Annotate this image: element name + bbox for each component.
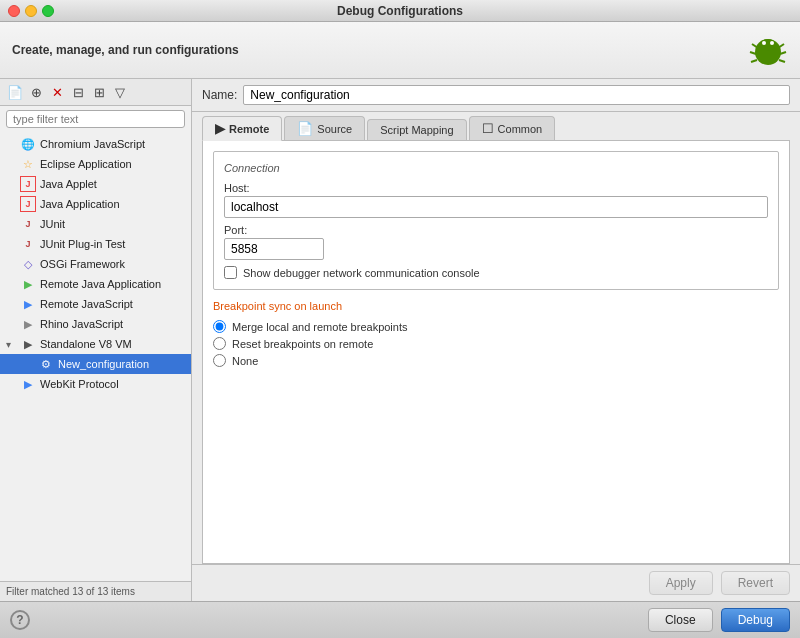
tree-item-label-remote-js: Remote JavaScript <box>40 298 133 310</box>
java-app-icon: J <box>20 196 36 212</box>
v8-icon: ▶ <box>20 336 36 352</box>
remote-java-icon: ▶ <box>20 276 36 292</box>
tree-item-eclipse[interactable]: ☆ Eclipse Application <box>0 154 191 174</box>
filter-input[interactable] <box>6 110 185 128</box>
tree-item-label-webkit: WebKit Protocol <box>40 378 119 390</box>
tab-script-mapping[interactable]: Script Mapping <box>367 119 466 140</box>
webkit-icon: ▶ <box>20 376 36 392</box>
tree-item-rhino-js[interactable]: ▶ Rhino JavaScript <box>0 314 191 334</box>
tree-item-label-new-config: New_configuration <box>58 358 149 370</box>
show-console-row: Show debugger network communication cons… <box>224 266 768 279</box>
tree-item-label-java-applet: Java Applet <box>40 178 97 190</box>
tab-remote[interactable]: ▶ Remote <box>202 116 282 141</box>
radio-merge-row: Merge local and remote breakpoints <box>213 320 779 333</box>
rhino-js-icon: ▶ <box>20 316 36 332</box>
name-row: Name: <box>192 79 800 112</box>
tab-remote-label: Remote <box>229 123 269 135</box>
config-tree: 🌐 Chromium JavaScript ☆ Eclipse Applicat… <box>0 132 191 581</box>
host-input[interactable] <box>224 196 768 218</box>
connection-section-title: Connection <box>224 162 768 174</box>
config-name-input[interactable] <box>243 85 790 105</box>
tab-source-label: Source <box>317 123 352 135</box>
tree-item-label-v8-vm: Standalone V8 VM <box>40 338 132 350</box>
svg-point-3 <box>770 41 774 45</box>
window-controls[interactable] <box>8 5 54 17</box>
maximize-window-button[interactable] <box>42 5 54 17</box>
radio-none[interactable] <box>213 354 226 367</box>
remote-js-icon: ▶ <box>20 296 36 312</box>
chromium-icon: 🌐 <box>20 136 36 152</box>
tabs-bar: ▶ Remote 📄 Source Script Mapping ☐ Commo… <box>192 112 800 140</box>
tree-item-java-applet[interactable]: J Java Applet <box>0 174 191 194</box>
title-bar: Debug Configurations <box>0 0 800 22</box>
dialog-body: 📄 ⊕ ✕ ⊟ ⊞ ▽ 🌐 Chromium JavaScript ☆ <box>0 79 800 601</box>
revert-button[interactable]: Revert <box>721 571 790 595</box>
breakpoint-section: Breakpoint sync on launch Merge local an… <box>213 300 779 367</box>
apply-button[interactable]: Apply <box>649 571 713 595</box>
tab-common[interactable]: ☐ Common <box>469 116 556 140</box>
show-console-label: Show debugger network communication cons… <box>243 267 480 279</box>
radio-merge[interactable] <box>213 320 226 333</box>
connection-group: Connection Host: Port: Show debugger net… <box>213 151 779 290</box>
close-window-button[interactable] <box>8 5 20 17</box>
osgi-icon: ◇ <box>20 256 36 272</box>
expand-arrow-v8-vm: ▾ <box>6 339 18 350</box>
radio-reset[interactable] <box>213 337 226 350</box>
dialog-header: Create, manage, and run configurations <box>0 22 800 79</box>
dialog-footer: ? Close Debug <box>0 601 800 638</box>
tree-item-chromium[interactable]: 🌐 Chromium JavaScript <box>0 134 191 154</box>
port-input[interactable] <box>224 238 324 260</box>
host-field-row: Host: <box>224 182 768 218</box>
junit-plugin-icon: J <box>20 236 36 252</box>
tree-item-webkit[interactable]: ▶ WebKit Protocol <box>0 374 191 394</box>
tree-item-osgi[interactable]: ◇ OSGi Framework <box>0 254 191 274</box>
tree-item-junit[interactable]: J JUnit <box>0 214 191 234</box>
expand-all-button[interactable]: ⊞ <box>90 83 108 101</box>
duplicate-config-button[interactable]: ⊕ <box>27 83 45 101</box>
tree-item-label-eclipse: Eclipse Application <box>40 158 132 170</box>
tree-item-remote-js[interactable]: ▶ Remote JavaScript <box>0 294 191 314</box>
debug-button[interactable]: Debug <box>721 608 790 632</box>
tree-item-label-osgi: OSGi Framework <box>40 258 125 270</box>
port-field-row: Port: <box>224 224 768 260</box>
svg-point-2 <box>762 41 766 45</box>
tree-item-label-chromium: Chromium JavaScript <box>40 138 145 150</box>
delete-config-button[interactable]: ✕ <box>48 83 66 101</box>
tree-item-label-rhino-js: Rhino JavaScript <box>40 318 123 330</box>
tab-script-mapping-label: Script Mapping <box>380 124 453 136</box>
minimize-window-button[interactable] <box>25 5 37 17</box>
tree-item-java-app[interactable]: J Java Application <box>0 194 191 214</box>
new-config-icon: ⚙ <box>38 356 54 372</box>
tree-item-new-config[interactable]: ⚙ New_configuration <box>0 354 191 374</box>
help-button[interactable]: ? <box>10 610 30 630</box>
tree-item-junit-plugin[interactable]: J JUnit Plug-in Test <box>0 234 191 254</box>
right-panel: Name: ▶ Remote 📄 Source Script Mapping ☐ <box>192 79 800 601</box>
common-tab-icon: ☐ <box>482 121 494 136</box>
tree-item-label-junit: JUnit <box>40 218 65 230</box>
radio-none-row: None <box>213 354 779 367</box>
footer-buttons: Close Debug <box>648 608 790 632</box>
bug-icon <box>748 30 788 70</box>
name-label: Name: <box>202 88 237 102</box>
collapse-all-button[interactable]: ▽ <box>111 83 129 101</box>
remote-tab-icon: ▶ <box>215 121 225 136</box>
tree-item-remote-java[interactable]: ▶ Remote Java Application <box>0 274 191 294</box>
svg-line-8 <box>751 60 757 62</box>
window-title: Debug Configurations <box>337 4 463 18</box>
radio-reset-row: Reset breakpoints on remote <box>213 337 779 350</box>
tab-source[interactable]: 📄 Source <box>284 116 365 140</box>
port-label: Port: <box>224 224 768 236</box>
host-label: Host: <box>224 182 768 194</box>
svg-line-9 <box>779 60 785 62</box>
main-content: Create, manage, and run configurations 📄… <box>0 22 800 638</box>
action-bar: Apply Revert <box>192 564 800 601</box>
tab-common-label: Common <box>498 123 543 135</box>
close-button[interactable]: Close <box>648 608 713 632</box>
show-console-checkbox[interactable] <box>224 266 237 279</box>
filter-config-button[interactable]: ⊟ <box>69 83 87 101</box>
new-config-button[interactable]: 📄 <box>6 83 24 101</box>
tree-item-v8-vm[interactable]: ▾ ▶ Standalone V8 VM <box>0 334 191 354</box>
svg-point-1 <box>760 39 776 51</box>
configurations-toolbar: 📄 ⊕ ✕ ⊟ ⊞ ▽ <box>0 79 191 106</box>
remote-tab-content: Connection Host: Port: Show debugger net… <box>202 140 790 564</box>
